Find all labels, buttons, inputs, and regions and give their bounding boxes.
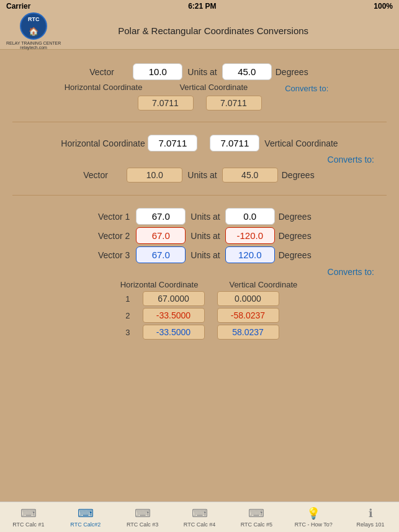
vert-coord-label: Vertical Coordinate xyxy=(264,138,338,148)
vert-result-row3: 58.0237 xyxy=(217,325,279,340)
battery-label: 100% xyxy=(374,2,393,11)
vec3-angle-input[interactable] xyxy=(225,246,275,263)
tab6-label: RTC - How To? xyxy=(295,521,333,528)
vector3-row: Vector 3 Units at Degrees xyxy=(12,246,387,263)
tab-rtc-calc-2[interactable]: ⌨ RTC Calc#2 xyxy=(57,502,114,532)
vert-result-row2: -58.0237 xyxy=(217,308,279,323)
degrees-v3: Degrees xyxy=(279,250,313,260)
vector1-row: Vector 1 Units at Degrees xyxy=(12,208,387,225)
tab5-label: RTC Calc #5 xyxy=(241,521,272,528)
result-row-1: 1 67.0000 0.0000 xyxy=(12,291,387,306)
tab4-icon: ⌨ xyxy=(192,507,208,520)
horiz-input[interactable] xyxy=(148,135,197,151)
tab-relays-101[interactable]: ℹ Relays 101 xyxy=(342,502,399,532)
vec3-value-input[interactable] xyxy=(136,246,186,263)
coord-result-row1: 7.0711 7.0711 xyxy=(12,96,387,110)
logo-area: RTC 🏠 RELAY TRAINING CENTER relaytech.co… xyxy=(6,12,61,50)
header: RTC 🏠 RELAY TRAINING CENTER relaytech.co… xyxy=(0,12,399,50)
units-at-label2: Units at xyxy=(187,170,217,180)
converts-to-2[interactable]: Converts to: xyxy=(328,155,380,165)
vec1-angle-input[interactable] xyxy=(225,208,275,225)
vec3-label: Vector 3 xyxy=(86,250,130,260)
tab2-label: RTC Calc#2 xyxy=(70,521,101,528)
vert-result-row1: 0.0000 xyxy=(217,291,279,306)
tab-rtc-calc-3[interactable]: ⌨ RTC Calc #3 xyxy=(114,502,171,532)
tab1-icon: ⌨ xyxy=(20,507,37,520)
vec1-label: Vector 1 xyxy=(86,212,130,222)
vector-label: Vector xyxy=(89,67,133,77)
divider-1 xyxy=(12,122,387,122)
horiz-coord-header3: Horizontal Coordinate xyxy=(120,280,199,289)
degrees-v2: Degrees xyxy=(279,231,313,241)
tab4-label: RTC Calc #4 xyxy=(184,521,215,528)
horiz-result-1: 7.0711 xyxy=(138,96,194,110)
vert-result-1: 7.0711 xyxy=(206,96,262,110)
horiz-result-row1: 67.0000 xyxy=(143,291,205,306)
tab7-label: Relays 101 xyxy=(357,521,385,528)
units-at-v2: Units at xyxy=(191,231,220,241)
coord-header-row1: Horizontal Coordinate Vertical Coordinat… xyxy=(12,83,387,94)
time-label: 6:21 PM xyxy=(188,2,216,11)
page-title: Polar & Rectangular Coordinates Conversi… xyxy=(67,25,359,36)
units-at-v1: Units at xyxy=(191,212,220,222)
horiz-coord-label: Horizontal Coordinate xyxy=(61,138,148,148)
horiz-result-row2: -33.5000 xyxy=(143,308,205,323)
vec2-angle-input[interactable] xyxy=(225,227,275,244)
tab-rtc-calc-1[interactable]: ⌨ RTC Calc #1 xyxy=(0,502,57,532)
result-row-3: 3 -33.5000 58.0237 xyxy=(12,325,387,340)
degrees-label1: Degrees xyxy=(276,67,310,77)
horiz-result-row3: -33.5000 xyxy=(143,325,205,340)
vector-label2: Vector xyxy=(83,170,127,180)
tab3-icon: ⌨ xyxy=(135,507,151,520)
units-at-v3: Units at xyxy=(191,250,220,260)
horiz-coord-header1: Horizontal Coordinate xyxy=(65,83,143,94)
logo-circle: RTC 🏠 xyxy=(20,12,47,40)
section-multi-vector: Vector 1 Units at Degrees Vector 2 Units… xyxy=(0,201,399,346)
tab1-label: RTC Calc #1 xyxy=(12,521,44,528)
rect-input-row: Horizontal Coordinate Vertical Coordinat… xyxy=(12,135,387,151)
tab6-icon: 💡 xyxy=(307,507,320,520)
main-content: Vector Units at Degrees Horizontal Coord… xyxy=(0,50,399,502)
tab7-icon: ℹ xyxy=(369,507,373,520)
converts-to-3[interactable]: Converts to: xyxy=(328,267,380,277)
degrees-label2: Degrees xyxy=(282,170,316,180)
logo-subtitle: RELAY TRAINING CENTER xyxy=(6,41,61,45)
vec1-value-input[interactable] xyxy=(136,208,186,225)
status-bar: Carrier 6:21 PM 100% xyxy=(0,0,399,12)
tab3-label: RTC Calc #3 xyxy=(127,521,158,528)
vector-result: 10.0 xyxy=(127,168,182,183)
tab-how-to[interactable]: 💡 RTC - How To? xyxy=(285,502,342,532)
row-num-1: 1 xyxy=(120,294,130,304)
units-at-label1: Units at xyxy=(187,67,217,77)
vector2-row: Vector 2 Units at Degrees xyxy=(12,227,387,244)
converts-to-row2: Converts to: xyxy=(12,154,387,165)
vector-input[interactable] xyxy=(133,63,182,80)
angle-input[interactable] xyxy=(222,63,272,80)
converts-to-row3: Converts to: xyxy=(12,266,387,278)
angle-result: 45.0 xyxy=(222,168,278,183)
vector-output-row: Vector 10.0 Units at 45.0 Degrees xyxy=(12,168,387,183)
logo-url: relaytech.com xyxy=(20,45,47,50)
vec2-value-input[interactable] xyxy=(136,227,186,244)
section-rect-to-polar: Horizontal Coordinate Vertical Coordinat… xyxy=(0,127,399,190)
degrees-v1: Degrees xyxy=(279,212,313,222)
tab-bar: ⌨ RTC Calc #1 ⌨ RTC Calc#2 ⌨ RTC Calc #3… xyxy=(0,502,399,532)
tab-rtc-calc-5[interactable]: ⌨ RTC Calc #5 xyxy=(228,502,285,532)
tab-rtc-calc-4[interactable]: ⌨ RTC Calc #4 xyxy=(171,502,228,532)
divider-2 xyxy=(12,195,387,196)
coord-header-row3: Horizontal Coordinate Vertical Coordinat… xyxy=(31,280,387,289)
row-num-3: 3 xyxy=(120,328,130,337)
vec2-label: Vector 2 xyxy=(86,231,130,241)
row-num-2: 2 xyxy=(120,311,130,320)
logo-icon: 🏠 xyxy=(29,27,38,36)
vert-coord-header1: Vertical Coordinate xyxy=(179,83,248,94)
tab5-icon: ⌨ xyxy=(248,507,264,520)
result-row-2: 2 -33.5000 -58.0237 xyxy=(12,308,387,323)
converts-to-1[interactable]: Converts to: xyxy=(285,84,334,93)
carrier-label: Carrier xyxy=(6,2,30,11)
vector-input-row: Vector Units at Degrees xyxy=(12,63,387,80)
section-polar-to-rect: Vector Units at Degrees Horizontal Coord… xyxy=(0,56,399,117)
vert-input[interactable] xyxy=(210,135,259,151)
vert-coord-header3: Vertical Coordinate xyxy=(229,280,297,289)
tab2-icon: ⌨ xyxy=(78,507,94,520)
